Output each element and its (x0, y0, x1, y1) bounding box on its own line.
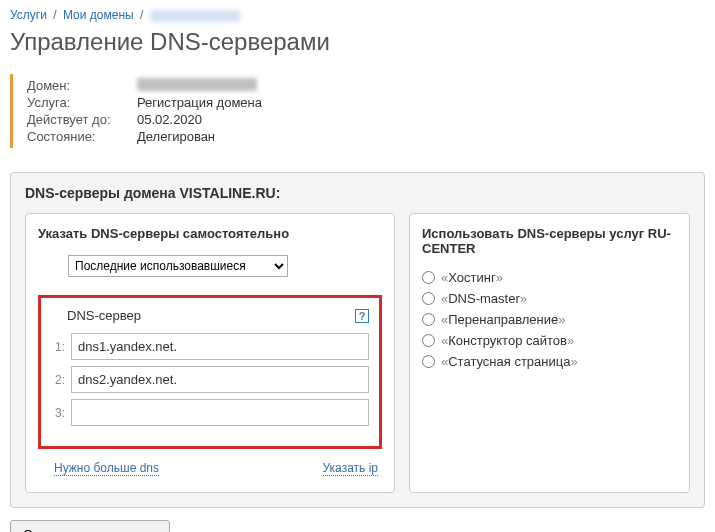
dns-row-num: 2: (51, 373, 65, 387)
dns-row-num: 3: (51, 406, 65, 420)
radio-status-page-input[interactable] (422, 355, 435, 368)
breadcrumb: Услуги / Мои домены / (10, 8, 705, 22)
info-state-value: Делегирован (137, 129, 215, 144)
domain-info: Домен: Услуга: Регистрация домена Действ… (10, 74, 705, 148)
radio-site-builder-input[interactable] (422, 334, 435, 347)
breadcrumb-services[interactable]: Услуги (10, 8, 47, 22)
dns-input-group: DNS-сервер ? 1: 2: 3: (38, 295, 382, 449)
dns-row: 3: (51, 399, 369, 426)
info-service-value: Регистрация домена (137, 95, 262, 110)
radio-dns-master-input[interactable] (422, 292, 435, 305)
info-service-label: Услуга: (27, 95, 137, 110)
rucenter-dns-panel: Использовать DNS-серверы услуг RU-CENTER… (409, 213, 690, 493)
info-state-label: Состояние: (27, 129, 137, 144)
info-domain-label: Домен: (27, 78, 137, 93)
radio-hosting[interactable]: «Хостинг» (422, 270, 677, 285)
dns-input-1[interactable] (71, 333, 369, 360)
radio-status-page[interactable]: «Статусная страница» (422, 354, 677, 369)
radio-site-builder[interactable]: «Конструктор сайтов» (422, 333, 677, 348)
dns-row: 1: (51, 333, 369, 360)
page-title: Управление DNS-серверами (10, 28, 705, 56)
radio-redirect[interactable]: «Перенаправление» (422, 312, 677, 327)
manual-dns-title: Указать DNS-серверы самостоятельно (38, 226, 382, 241)
dns-row: 2: (51, 366, 369, 393)
breadcrumb-current-blurred (150, 10, 240, 22)
recent-dns-select[interactable]: Последние использовавшиеся (68, 255, 288, 277)
radio-dns-master[interactable]: «DNS-master» (422, 291, 677, 306)
info-valid-label: Действует до: (27, 112, 137, 127)
info-valid-value: 05.02.2020 (137, 112, 202, 127)
dns-row-num: 1: (51, 340, 65, 354)
rucenter-dns-title: Использовать DNS-серверы услуг RU-CENTER (422, 226, 677, 256)
manual-dns-panel: Указать DNS-серверы самостоятельно После… (25, 213, 395, 493)
breadcrumb-sep: / (140, 8, 143, 22)
dns-panel-title: DNS-серверы домена VISTALINE.RU: (25, 185, 690, 201)
dns-panel: DNS-серверы домена VISTALINE.RU: Указать… (10, 172, 705, 508)
help-icon[interactable]: ? (355, 309, 369, 323)
radio-redirect-input[interactable] (422, 313, 435, 326)
breadcrumb-sep: / (53, 8, 56, 22)
dns-header-label: DNS-сервер (67, 308, 141, 323)
dns-input-2[interactable] (71, 366, 369, 393)
radio-hosting-input[interactable] (422, 271, 435, 284)
set-ip-link[interactable]: Указать ip (323, 461, 378, 476)
breadcrumb-my-domains[interactable]: Мои домены (63, 8, 134, 22)
dns-input-3[interactable] (71, 399, 369, 426)
more-dns-link[interactable]: Нужно больше dns (54, 461, 159, 476)
info-domain-value-blurred (137, 78, 257, 91)
rucenter-options: «Хостинг» «DNS-master» «Перенаправление»… (422, 270, 677, 369)
save-button[interactable]: Сохранить изменения (10, 520, 170, 532)
